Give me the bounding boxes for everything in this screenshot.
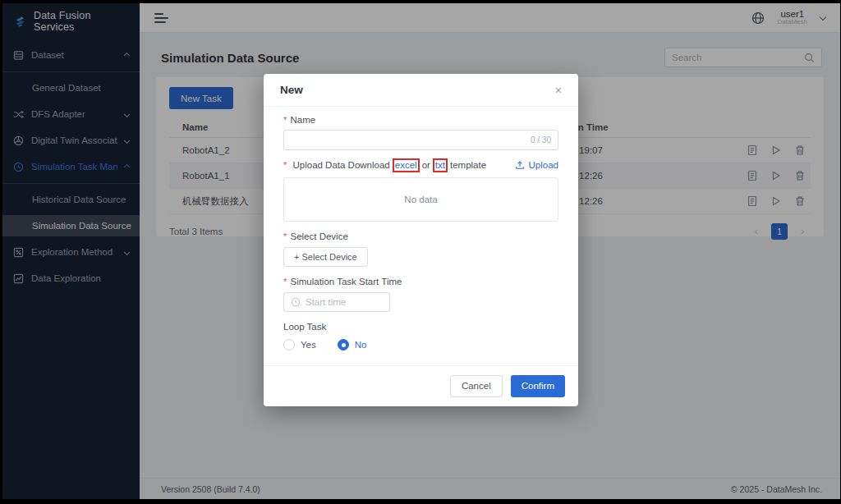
- start-time-picker[interactable]: [283, 292, 390, 312]
- radio-label: Yes: [301, 340, 316, 350]
- radio-label: No: [355, 340, 367, 350]
- confirm-button[interactable]: Confirm: [511, 375, 565, 397]
- upload-label-prefix: Upload Data Download: [292, 160, 389, 170]
- loop-task-label: Loop Task: [283, 322, 326, 332]
- cancel-button[interactable]: Cancel: [450, 375, 503, 397]
- upload-button[interactable]: Upload: [515, 160, 558, 170]
- loop-task-radio-no[interactable]: No: [338, 339, 367, 351]
- radio-circle-icon: [283, 339, 295, 351]
- excel-template-link[interactable]: excel: [393, 158, 420, 172]
- start-time-label: Simulation Task Start Time: [290, 277, 402, 286]
- char-counter: 0 / 30: [531, 135, 551, 144]
- required-marker: *: [283, 231, 287, 241]
- select-device-label: Select Device: [290, 231, 347, 241]
- uploaded-data-list: No data: [283, 177, 558, 222]
- radio-circle-icon: [338, 339, 349, 351]
- loop-task-radio-yes[interactable]: Yes: [283, 339, 316, 351]
- txt-template-link[interactable]: txt: [433, 158, 448, 172]
- required-marker: *: [283, 160, 287, 170]
- close-icon[interactable]: ×: [555, 85, 562, 96]
- name-input-wrapper: 0 / 30: [283, 130, 558, 150]
- name-field-label: Name: [290, 115, 315, 125]
- upload-label-or: or: [422, 160, 430, 170]
- new-task-dialog: New × * Name 0 / 30 * Upload Data Downlo…: [264, 74, 578, 406]
- name-input[interactable]: [291, 135, 531, 145]
- start-time-input[interactable]: [306, 297, 383, 307]
- dialog-title: New: [280, 84, 303, 96]
- required-marker: *: [283, 277, 287, 286]
- clock-icon: [291, 297, 301, 307]
- upload-icon: [515, 160, 525, 170]
- no-data-label: No data: [404, 195, 437, 204]
- select-device-button[interactable]: + Select Device: [283, 247, 368, 267]
- upload-button-label: Upload: [529, 160, 558, 170]
- upload-label-suffix: template: [450, 160, 486, 170]
- required-marker: *: [283, 115, 287, 125]
